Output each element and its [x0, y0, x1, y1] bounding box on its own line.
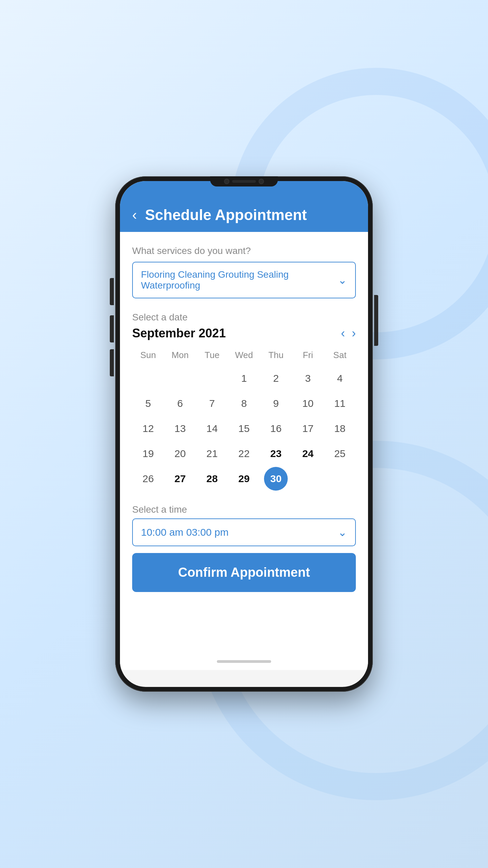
calendar-nav: ‹ › — [341, 326, 356, 340]
calendar-day — [200, 367, 224, 390]
calendar-day[interactable]: 2 — [264, 367, 288, 390]
day-header-sun: Sun — [132, 347, 164, 363]
calendar-day[interactable]: 23 — [264, 442, 288, 466]
notch — [210, 176, 278, 186]
calendar-day[interactable]: 30 — [264, 467, 288, 491]
calendar-day[interactable]: 17 — [296, 417, 320, 440]
calendar-day[interactable]: 11 — [328, 392, 352, 415]
sensor — [259, 179, 264, 184]
calendar-day[interactable]: 29 — [232, 467, 256, 491]
calendar-day[interactable]: 24 — [296, 442, 320, 466]
speaker — [232, 180, 256, 183]
service-selected-value: Flooring Cleaning Grouting Sealing Water… — [141, 269, 338, 291]
calendar-day[interactable]: 15 — [232, 417, 256, 440]
month-year-display: September 2021 — [132, 326, 226, 340]
service-dropdown[interactable]: Flooring Cleaning Grouting Sealing Water… — [132, 262, 356, 298]
calendar-grid: Sun Mon Tue Wed Thu Fri Sat 123456789101… — [132, 347, 356, 491]
date-label: Select a date — [132, 312, 356, 323]
calendar-day[interactable]: 4 — [328, 367, 352, 390]
calendar-day[interactable]: 1 — [232, 367, 256, 390]
calendar-day[interactable]: 27 — [168, 467, 192, 491]
calendar-day — [328, 467, 352, 491]
calendar-week-3: 12131415161718 — [132, 417, 356, 440]
calendar-day[interactable]: 21 — [200, 442, 224, 466]
service-label: What services do you want? — [132, 245, 356, 256]
calendar-day[interactable]: 12 — [136, 417, 160, 440]
calendar-day[interactable]: 9 — [264, 392, 288, 415]
time-selected-value: 10:00 am 03:00 pm — [141, 527, 229, 538]
calendar-day[interactable]: 5 — [136, 392, 160, 415]
confirm-appointment-button[interactable]: Confirm Appointment — [132, 553, 356, 592]
phone-screen: ‹ Schedule Appointment What services do … — [120, 181, 368, 687]
day-header-tue: Tue — [196, 347, 228, 363]
calendar-week-2: 567891011 — [132, 392, 356, 415]
calendar-day[interactable]: 28 — [200, 467, 224, 491]
time-dropdown[interactable]: 10:00 am 03:00 pm ⌄ — [132, 518, 356, 546]
calendar-day — [296, 467, 320, 491]
calendar-day[interactable]: 7 — [200, 392, 224, 415]
phone-frame: ‹ Schedule Appointment What services do … — [115, 176, 373, 692]
day-header-mon: Mon — [164, 347, 196, 363]
calendar-day[interactable]: 19 — [136, 442, 160, 466]
calendar-weeks: 1234567891011121314151617181920212223242… — [132, 367, 356, 491]
calendar-week-5: 2627282930 — [132, 467, 356, 491]
home-bar — [217, 660, 271, 663]
day-headers-row: Sun Mon Tue Wed Thu Fri Sat — [132, 347, 356, 363]
prev-month-button[interactable]: ‹ — [341, 326, 345, 340]
time-chevron-down-icon: ⌄ — [338, 526, 347, 539]
calendar-day[interactable]: 22 — [232, 442, 256, 466]
calendar-day[interactable]: 26 — [136, 467, 160, 491]
front-camera — [224, 179, 229, 184]
back-button[interactable]: ‹ — [132, 208, 137, 222]
calendar-week-4: 19202122232425 — [132, 442, 356, 466]
calendar-day[interactable]: 10 — [296, 392, 320, 415]
calendar-day[interactable]: 13 — [168, 417, 192, 440]
calendar-day[interactable]: 18 — [328, 417, 352, 440]
calendar-day[interactable]: 16 — [264, 417, 288, 440]
calendar-day[interactable]: 3 — [296, 367, 320, 390]
calendar-day[interactable]: 25 — [328, 442, 352, 466]
day-header-fri: Fri — [292, 347, 324, 363]
page-title: Schedule Appointment — [145, 206, 307, 223]
day-header-wed: Wed — [228, 347, 260, 363]
time-section: Select a time 10:00 am 03:00 pm ⌄ — [132, 504, 356, 546]
time-label: Select a time — [132, 504, 356, 515]
day-header-sat: Sat — [324, 347, 356, 363]
next-month-button[interactable]: › — [352, 326, 356, 340]
calendar-day[interactable]: 14 — [200, 417, 224, 440]
calendar-day[interactable]: 6 — [168, 392, 192, 415]
main-content: What services do you want? Flooring Clea… — [120, 232, 368, 653]
calendar-day — [168, 367, 192, 390]
calendar-day — [136, 367, 160, 390]
calendar-header: September 2021 ‹ › — [132, 326, 356, 340]
calendar-week-1: 1234 — [132, 367, 356, 390]
calendar-day[interactable]: 20 — [168, 442, 192, 466]
app-header: ‹ Schedule Appointment — [120, 198, 368, 232]
home-indicator — [120, 653, 368, 670]
chevron-down-icon: ⌄ — [338, 274, 347, 287]
day-header-thu: Thu — [260, 347, 292, 363]
calendar-day[interactable]: 8 — [232, 392, 256, 415]
